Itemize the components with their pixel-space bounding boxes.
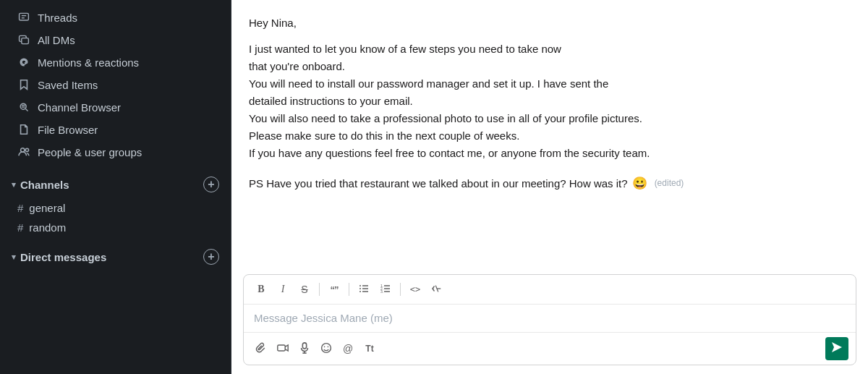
svg-point-10 — [21, 148, 25, 152]
message-placeholder: Message Jessica Mane (me) — [254, 312, 393, 324]
svg-point-30 — [322, 343, 331, 352]
quote-button[interactable]: “” — [324, 279, 344, 299]
message-line-3: You will need to install our password ma… — [249, 75, 851, 93]
sidebar-item-random[interactable]: # random — [6, 218, 225, 237]
bold-icon: B — [258, 284, 264, 295]
sidebar-item-people[interactable]: People & user groups — [6, 141, 225, 163]
italic-button[interactable]: I — [273, 279, 293, 299]
channels-section-label: Channels — [20, 179, 69, 191]
format-button[interactable]: Tt — [359, 339, 380, 359]
compose-bottom-toolbar: @ Tt — [244, 332, 856, 365]
strikethrough-button[interactable]: S — [294, 279, 315, 299]
mention-icon — [17, 56, 30, 69]
svg-point-32 — [328, 346, 329, 347]
sidebar-item-file-browser-label: File Browser — [38, 124, 98, 136]
sidebar-item-threads[interactable]: Threads — [6, 7, 225, 28]
bold-button[interactable]: B — [251, 279, 271, 299]
people-icon — [17, 145, 30, 158]
chevron-down-icon: ▾ — [12, 180, 16, 190]
video-icon — [277, 343, 289, 355]
message-area: Hey Nina, I just wanted to let you know … — [231, 0, 868, 268]
sidebar-item-general-label: general — [29, 202, 65, 214]
file-browser-icon — [17, 123, 30, 136]
numbered-list-icon: 1. 2. 3. — [380, 284, 391, 296]
toolbar-divider-2 — [349, 283, 349, 296]
svg-rect-4 — [22, 38, 29, 44]
sidebar-item-people-label: People & user groups — [38, 146, 142, 158]
video-button[interactable] — [273, 339, 293, 359]
svg-point-14 — [359, 288, 361, 289]
message-line-1: I just wanted to let you know of a few s… — [249, 41, 851, 58]
sidebar-item-mentions-label: Mentions & reactions — [38, 56, 139, 69]
bullet-list-icon — [359, 284, 369, 296]
chevron-down-icon-dm: ▾ — [12, 252, 16, 262]
mention-button[interactable]: @ — [338, 339, 358, 359]
attach-icon — [255, 342, 267, 356]
at-icon: @ — [343, 343, 353, 354]
sidebar-item-mentions[interactable]: Mentions & reactions — [6, 51, 225, 73]
direct-messages-section-header[interactable]: ▾ Direct messages + — [0, 243, 231, 271]
svg-rect-26 — [278, 345, 285, 351]
hash-icon-general: # — [17, 202, 23, 214]
compose-bottom-left-tools: @ Tt — [251, 339, 825, 359]
svg-point-16 — [359, 291, 361, 292]
ps-text: PS Have you tried that restaurant we tal… — [249, 175, 628, 192]
italic-icon: I — [281, 284, 285, 295]
bookmark-icon — [17, 78, 30, 91]
edited-label: (edited) — [655, 177, 684, 190]
svg-text:3.: 3. — [380, 289, 383, 294]
message-input[interactable]: Message Jessica Mane (me) — [244, 305, 856, 332]
ps-emoji: 😀 — [632, 174, 647, 193]
svg-point-12 — [359, 285, 361, 286]
sidebar-item-channel-browser[interactable]: Channel Browser — [6, 96, 225, 118]
sidebar-item-file-browser[interactable]: File Browser — [6, 119, 225, 140]
mic-icon — [300, 342, 309, 356]
hash-icon-random: # — [17, 221, 23, 234]
quote-icon: “” — [331, 284, 339, 295]
sidebar-item-all-dms[interactable]: All DMs — [6, 29, 225, 51]
svg-point-6 — [20, 103, 26, 109]
add-dm-button[interactable]: + — [203, 249, 219, 265]
sidebar-item-all-dms-label: All DMs — [38, 34, 75, 46]
bullet-list-button[interactable] — [354, 279, 374, 299]
mic-button[interactable] — [294, 339, 315, 359]
code-button[interactable]: <> — [405, 279, 425, 299]
send-button[interactable] — [825, 337, 848, 360]
svg-point-31 — [324, 346, 326, 347]
threads-icon — [17, 11, 30, 24]
sidebar-item-saved[interactable]: Saved Items — [6, 74, 225, 95]
sidebar-item-general[interactable]: # general — [6, 199, 225, 217]
emoji-icon — [320, 342, 332, 356]
toolbar-divider-1 — [319, 283, 320, 296]
toolbar-divider-3 — [400, 283, 401, 296]
emoji-button[interactable] — [316, 339, 336, 359]
channels-section-header[interactable]: ▾ Channels + — [0, 171, 231, 198]
strikethrough-icon: S — [301, 284, 307, 295]
send-icon — [832, 342, 842, 355]
code-block-icon — [432, 284, 442, 296]
code-block-button[interactable] — [427, 279, 447, 299]
svg-point-11 — [25, 148, 28, 151]
dm-section-left: ▾ Direct messages — [12, 251, 106, 263]
compose-area: B I S “” — [243, 274, 856, 365]
add-channel-button[interactable]: + — [203, 177, 219, 192]
main-content: Hey Nina, I just wanted to let you know … — [231, 0, 868, 374]
message-line-4: detailed instructions to your email. — [249, 93, 851, 110]
ps-line: PS Have you tried that restaurant we tal… — [249, 174, 851, 193]
numbered-list-button[interactable]: 1. 2. 3. — [375, 279, 396, 299]
sidebar-item-saved-label: Saved Items — [38, 79, 98, 91]
channel-browser-icon — [17, 101, 30, 114]
dms-icon — [17, 33, 30, 46]
sidebar-item-threads-label: Threads — [38, 12, 77, 24]
svg-line-7 — [25, 109, 27, 111]
message-line-2: that you're onboard. — [249, 58, 851, 75]
message-body: Hey Nina, I just wanted to let you know … — [249, 14, 851, 193]
direct-messages-section-label: Direct messages — [20, 251, 106, 263]
sidebar-item-channel-browser-label: Channel Browser — [38, 101, 121, 114]
attach-button[interactable] — [251, 339, 271, 359]
sidebar: Threads All DMs Mentions & reactions — [0, 0, 231, 374]
message-line-7: If you have any questions feel free to c… — [249, 145, 851, 162]
svg-rect-27 — [302, 342, 306, 348]
code-icon: <> — [410, 284, 420, 294]
channels-section-left: ▾ Channels — [12, 179, 69, 191]
